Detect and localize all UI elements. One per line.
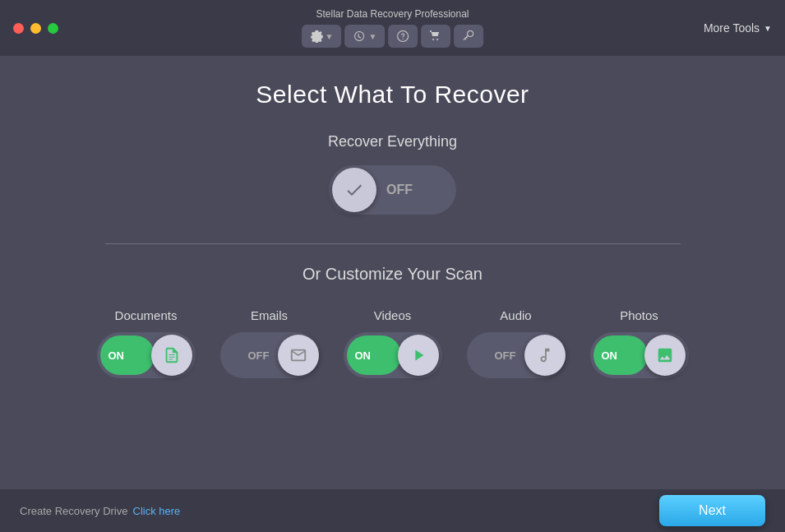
titlebar-center: Stellar Data Recovery Professional ▼ ▼ — [302, 8, 484, 48]
minimize-button[interactable] — [30, 23, 41, 34]
audio-off-track: OFF — [470, 335, 524, 375]
cart-icon — [429, 30, 442, 43]
recover-everything-label: Recover Everything — [328, 133, 457, 150]
documents-toggle[interactable]: ON — [97, 332, 196, 378]
videos-on-label: ON — [355, 349, 372, 362]
photos-toggle[interactable]: ON — [590, 332, 689, 378]
emails-off-label: OFF — [248, 349, 270, 362]
history-button[interactable]: ▼ — [345, 25, 386, 48]
categories-container: Documents ON Emails — [97, 308, 689, 378]
chevron-down-icon: ▼ — [764, 24, 772, 33]
emails-knob — [278, 335, 319, 376]
category-documents-label: Documents — [115, 308, 178, 322]
category-audio: Audio OFF — [467, 308, 566, 378]
help-button[interactable] — [388, 25, 418, 48]
videos-on-track: ON — [347, 335, 401, 375]
audio-icon — [536, 346, 554, 364]
emails-off-track: OFF — [224, 335, 278, 375]
maximize-button[interactable] — [48, 23, 58, 34]
recover-everything-toggle[interactable]: OFF — [329, 165, 456, 215]
category-photos: Photos ON — [590, 308, 689, 378]
emails-toggle[interactable]: OFF — [220, 332, 319, 378]
cart-button[interactable] — [421, 25, 450, 48]
category-documents: Documents ON — [97, 308, 196, 378]
category-videos: Videos ON — [344, 308, 442, 378]
recover-everything-section: Recover Everything OFF — [33, 133, 752, 215]
audio-toggle[interactable]: OFF — [467, 332, 566, 378]
email-icon — [289, 346, 307, 364]
checkmark-icon — [344, 180, 364, 200]
photos-on-track: ON — [593, 335, 648, 375]
page-title: Select What To Recover — [256, 81, 529, 109]
history-icon — [353, 30, 367, 43]
more-tools-label: More Tools — [704, 21, 760, 35]
main-content: Select What To Recover Recover Everythin… — [0, 56, 785, 395]
recover-everything-knob — [332, 168, 376, 212]
toolbar-buttons: ▼ ▼ — [302, 25, 484, 48]
category-videos-label: Videos — [374, 308, 412, 322]
category-emails: Emails OFF — [220, 308, 319, 378]
footer: Create Recovery Drive Click here Next — [0, 489, 785, 532]
category-photos-label: Photos — [620, 308, 658, 322]
photo-icon — [656, 346, 674, 364]
audio-knob — [524, 335, 566, 376]
play-icon — [409, 346, 427, 364]
gear-icon — [310, 30, 323, 43]
documents-on-track: ON — [100, 335, 155, 375]
documents-knob — [151, 335, 192, 376]
category-audio-label: Audio — [500, 308, 531, 322]
app-title: Stellar Data Recovery Professional — [316, 8, 469, 20]
divider — [105, 243, 681, 244]
document-icon — [163, 346, 181, 364]
videos-knob — [398, 335, 439, 376]
help-icon — [396, 30, 409, 43]
click-here-link[interactable]: Click here — [133, 505, 181, 517]
next-button[interactable]: Next — [659, 495, 765, 526]
footer-left: Create Recovery Drive Click here — [20, 505, 180, 517]
more-tools-button[interactable]: More Tools ▼ — [704, 21, 772, 35]
photos-knob — [644, 335, 686, 376]
category-emails-label: Emails — [251, 308, 288, 322]
videos-toggle[interactable]: ON — [344, 332, 442, 378]
titlebar: Stellar Data Recovery Professional ▼ ▼ — [0, 0, 785, 56]
create-recovery-drive-text: Create Recovery Drive — [20, 505, 128, 517]
traffic-lights — [13, 23, 58, 34]
settings-button[interactable]: ▼ — [302, 25, 342, 48]
photos-on-label: ON — [602, 349, 618, 362]
recover-everything-state: OFF — [376, 183, 423, 197]
documents-on-label: ON — [109, 349, 125, 362]
close-button[interactable] — [13, 23, 24, 34]
audio-off-label: OFF — [495, 349, 516, 362]
key-icon — [462, 30, 475, 43]
key-button[interactable] — [454, 25, 483, 48]
customize-label: Or Customize Your Scan — [302, 265, 483, 284]
